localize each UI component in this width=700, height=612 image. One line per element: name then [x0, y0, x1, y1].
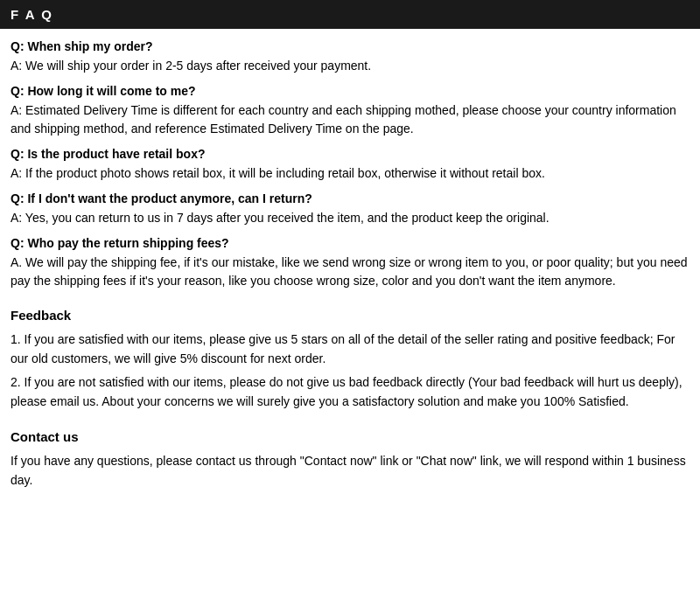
faq-answer-4: A: Yes, you can return to us in 7 days a… — [10, 209, 690, 227]
content-area: Q: When ship my order? A: We will ship y… — [0, 39, 700, 500]
faq-question-4: Q: If I don't want the product anymore, … — [10, 191, 690, 205]
faq-question-2: Q: How long it will come to me? — [10, 84, 690, 98]
faq-title: F A Q — [10, 7, 53, 22]
contact-section: Contact us If you have any questions, pl… — [10, 429, 690, 490]
contact-title: Contact us — [10, 429, 690, 444]
faq-question-3: Q: Is the product have retail box? — [10, 147, 690, 161]
contact-text: If you have any questions, please contac… — [10, 451, 690, 490]
faq-answer-5: A. We will pay the shipping fee, if it's… — [10, 254, 690, 290]
faq-answer-2: A: Estimated Delivery Time is different … — [10, 101, 690, 138]
faq-question-1: Q: When ship my order? — [10, 39, 690, 53]
feedback-item-1: 1. If you are satisfied with our items, … — [10, 330, 690, 369]
faq-answer-1: A: We will ship your order in 2-5 days a… — [10, 57, 690, 75]
faq-item-3: Q: Is the product have retail box? A: If… — [10, 147, 690, 183]
faq-item-5: Q: Who pay the return shipping fees? A. … — [10, 236, 690, 290]
feedback-section: Feedback 1. If you are satisfied with ou… — [10, 308, 690, 412]
faq-list: Q: When ship my order? A: We will ship y… — [10, 39, 690, 290]
faq-item-1: Q: When ship my order? A: We will ship y… — [10, 39, 690, 75]
feedback-title: Feedback — [10, 308, 690, 323]
faq-header: F A Q — [0, 0, 700, 29]
faq-item-2: Q: How long it will come to me? A: Estim… — [10, 84, 690, 138]
faq-item-4: Q: If I don't want the product anymore, … — [10, 191, 690, 227]
faq-answer-3: A: If the product photo shows retail box… — [10, 164, 690, 183]
faq-question-5: Q: Who pay the return shipping fees? — [10, 236, 690, 250]
feedback-item-2: 2. If you are not satisfied with our ite… — [10, 372, 690, 412]
